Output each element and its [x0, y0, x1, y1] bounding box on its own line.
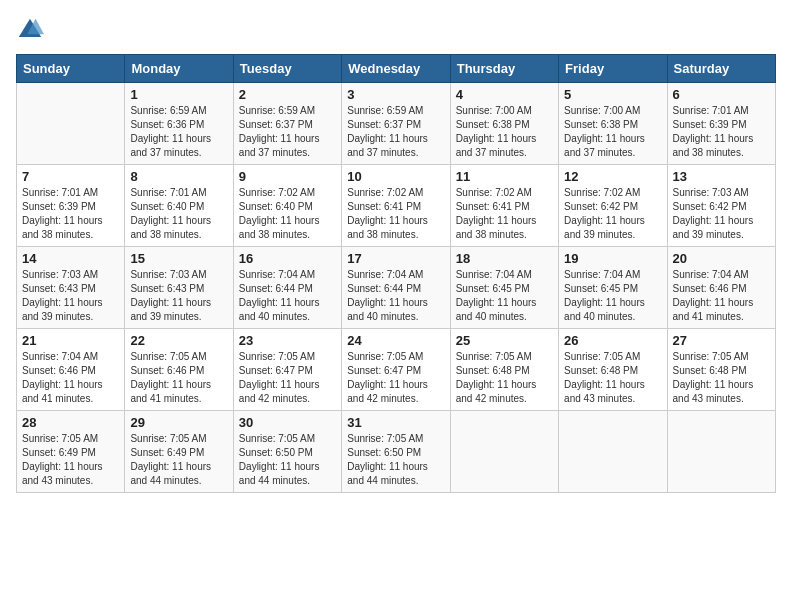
day-cell [667, 411, 775, 493]
logo [16, 16, 48, 44]
logo-icon [16, 16, 44, 44]
header-saturday: Saturday [667, 55, 775, 83]
day-cell [450, 411, 558, 493]
day-number: 1 [130, 87, 227, 102]
week-row-3: 14Sunrise: 7:03 AM Sunset: 6:43 PM Dayli… [17, 247, 776, 329]
day-info: Sunrise: 7:02 AM Sunset: 6:42 PM Dayligh… [564, 186, 661, 242]
day-number: 27 [673, 333, 770, 348]
day-cell: 4Sunrise: 7:00 AM Sunset: 6:38 PM Daylig… [450, 83, 558, 165]
day-info: Sunrise: 7:05 AM Sunset: 6:47 PM Dayligh… [239, 350, 336, 406]
day-info: Sunrise: 7:05 AM Sunset: 6:50 PM Dayligh… [239, 432, 336, 488]
day-info: Sunrise: 7:05 AM Sunset: 6:50 PM Dayligh… [347, 432, 444, 488]
day-number: 13 [673, 169, 770, 184]
day-cell: 27Sunrise: 7:05 AM Sunset: 6:48 PM Dayli… [667, 329, 775, 411]
day-info: Sunrise: 7:05 AM Sunset: 6:49 PM Dayligh… [22, 432, 119, 488]
day-info: Sunrise: 7:04 AM Sunset: 6:44 PM Dayligh… [347, 268, 444, 324]
calendar-header-row: SundayMondayTuesdayWednesdayThursdayFrid… [17, 55, 776, 83]
day-info: Sunrise: 7:01 AM Sunset: 6:39 PM Dayligh… [22, 186, 119, 242]
day-number: 16 [239, 251, 336, 266]
day-number: 7 [22, 169, 119, 184]
day-cell: 24Sunrise: 7:05 AM Sunset: 6:47 PM Dayli… [342, 329, 450, 411]
day-number: 31 [347, 415, 444, 430]
day-number: 14 [22, 251, 119, 266]
week-row-2: 7Sunrise: 7:01 AM Sunset: 6:39 PM Daylig… [17, 165, 776, 247]
day-number: 29 [130, 415, 227, 430]
day-number: 11 [456, 169, 553, 184]
day-number: 12 [564, 169, 661, 184]
day-number: 21 [22, 333, 119, 348]
day-cell: 15Sunrise: 7:03 AM Sunset: 6:43 PM Dayli… [125, 247, 233, 329]
day-info: Sunrise: 7:05 AM Sunset: 6:47 PM Dayligh… [347, 350, 444, 406]
day-cell: 22Sunrise: 7:05 AM Sunset: 6:46 PM Dayli… [125, 329, 233, 411]
page-header [16, 16, 776, 44]
day-cell: 6Sunrise: 7:01 AM Sunset: 6:39 PM Daylig… [667, 83, 775, 165]
day-info: Sunrise: 7:02 AM Sunset: 6:41 PM Dayligh… [456, 186, 553, 242]
day-info: Sunrise: 7:03 AM Sunset: 6:43 PM Dayligh… [130, 268, 227, 324]
week-row-4: 21Sunrise: 7:04 AM Sunset: 6:46 PM Dayli… [17, 329, 776, 411]
day-cell: 5Sunrise: 7:00 AM Sunset: 6:38 PM Daylig… [559, 83, 667, 165]
day-number: 6 [673, 87, 770, 102]
header-thursday: Thursday [450, 55, 558, 83]
day-number: 4 [456, 87, 553, 102]
day-number: 9 [239, 169, 336, 184]
day-number: 30 [239, 415, 336, 430]
day-info: Sunrise: 6:59 AM Sunset: 6:37 PM Dayligh… [347, 104, 444, 160]
day-info: Sunrise: 6:59 AM Sunset: 6:37 PM Dayligh… [239, 104, 336, 160]
day-cell: 13Sunrise: 7:03 AM Sunset: 6:42 PM Dayli… [667, 165, 775, 247]
day-cell: 26Sunrise: 7:05 AM Sunset: 6:48 PM Dayli… [559, 329, 667, 411]
header-wednesday: Wednesday [342, 55, 450, 83]
day-cell: 1Sunrise: 6:59 AM Sunset: 6:36 PM Daylig… [125, 83, 233, 165]
calendar-table: SundayMondayTuesdayWednesdayThursdayFrid… [16, 54, 776, 493]
day-cell: 2Sunrise: 6:59 AM Sunset: 6:37 PM Daylig… [233, 83, 341, 165]
day-info: Sunrise: 7:05 AM Sunset: 6:48 PM Dayligh… [456, 350, 553, 406]
header-friday: Friday [559, 55, 667, 83]
day-info: Sunrise: 7:02 AM Sunset: 6:40 PM Dayligh… [239, 186, 336, 242]
day-cell: 25Sunrise: 7:05 AM Sunset: 6:48 PM Dayli… [450, 329, 558, 411]
day-cell: 3Sunrise: 6:59 AM Sunset: 6:37 PM Daylig… [342, 83, 450, 165]
day-number: 8 [130, 169, 227, 184]
day-cell: 14Sunrise: 7:03 AM Sunset: 6:43 PM Dayli… [17, 247, 125, 329]
day-number: 3 [347, 87, 444, 102]
day-info: Sunrise: 7:05 AM Sunset: 6:49 PM Dayligh… [130, 432, 227, 488]
day-number: 17 [347, 251, 444, 266]
day-info: Sunrise: 7:04 AM Sunset: 6:44 PM Dayligh… [239, 268, 336, 324]
day-info: Sunrise: 7:01 AM Sunset: 6:40 PM Dayligh… [130, 186, 227, 242]
day-number: 28 [22, 415, 119, 430]
day-number: 20 [673, 251, 770, 266]
day-info: Sunrise: 7:03 AM Sunset: 6:43 PM Dayligh… [22, 268, 119, 324]
day-info: Sunrise: 7:05 AM Sunset: 6:48 PM Dayligh… [673, 350, 770, 406]
day-number: 18 [456, 251, 553, 266]
day-number: 5 [564, 87, 661, 102]
day-cell: 9Sunrise: 7:02 AM Sunset: 6:40 PM Daylig… [233, 165, 341, 247]
day-cell: 28Sunrise: 7:05 AM Sunset: 6:49 PM Dayli… [17, 411, 125, 493]
day-cell: 23Sunrise: 7:05 AM Sunset: 6:47 PM Dayli… [233, 329, 341, 411]
day-info: Sunrise: 7:04 AM Sunset: 6:45 PM Dayligh… [564, 268, 661, 324]
day-cell [17, 83, 125, 165]
day-info: Sunrise: 7:04 AM Sunset: 6:46 PM Dayligh… [673, 268, 770, 324]
day-cell: 19Sunrise: 7:04 AM Sunset: 6:45 PM Dayli… [559, 247, 667, 329]
day-number: 19 [564, 251, 661, 266]
day-number: 25 [456, 333, 553, 348]
day-number: 23 [239, 333, 336, 348]
day-cell: 12Sunrise: 7:02 AM Sunset: 6:42 PM Dayli… [559, 165, 667, 247]
day-cell: 18Sunrise: 7:04 AM Sunset: 6:45 PM Dayli… [450, 247, 558, 329]
day-info: Sunrise: 7:00 AM Sunset: 6:38 PM Dayligh… [564, 104, 661, 160]
day-info: Sunrise: 7:02 AM Sunset: 6:41 PM Dayligh… [347, 186, 444, 242]
day-number: 15 [130, 251, 227, 266]
day-number: 10 [347, 169, 444, 184]
day-cell: 10Sunrise: 7:02 AM Sunset: 6:41 PM Dayli… [342, 165, 450, 247]
day-number: 26 [564, 333, 661, 348]
header-monday: Monday [125, 55, 233, 83]
day-cell: 29Sunrise: 7:05 AM Sunset: 6:49 PM Dayli… [125, 411, 233, 493]
day-info: Sunrise: 7:00 AM Sunset: 6:38 PM Dayligh… [456, 104, 553, 160]
day-info: Sunrise: 6:59 AM Sunset: 6:36 PM Dayligh… [130, 104, 227, 160]
day-cell: 21Sunrise: 7:04 AM Sunset: 6:46 PM Dayli… [17, 329, 125, 411]
day-cell: 31Sunrise: 7:05 AM Sunset: 6:50 PM Dayli… [342, 411, 450, 493]
day-number: 2 [239, 87, 336, 102]
day-number: 24 [347, 333, 444, 348]
day-info: Sunrise: 7:05 AM Sunset: 6:48 PM Dayligh… [564, 350, 661, 406]
day-cell: 17Sunrise: 7:04 AM Sunset: 6:44 PM Dayli… [342, 247, 450, 329]
day-cell [559, 411, 667, 493]
day-cell: 7Sunrise: 7:01 AM Sunset: 6:39 PM Daylig… [17, 165, 125, 247]
day-info: Sunrise: 7:04 AM Sunset: 6:45 PM Dayligh… [456, 268, 553, 324]
